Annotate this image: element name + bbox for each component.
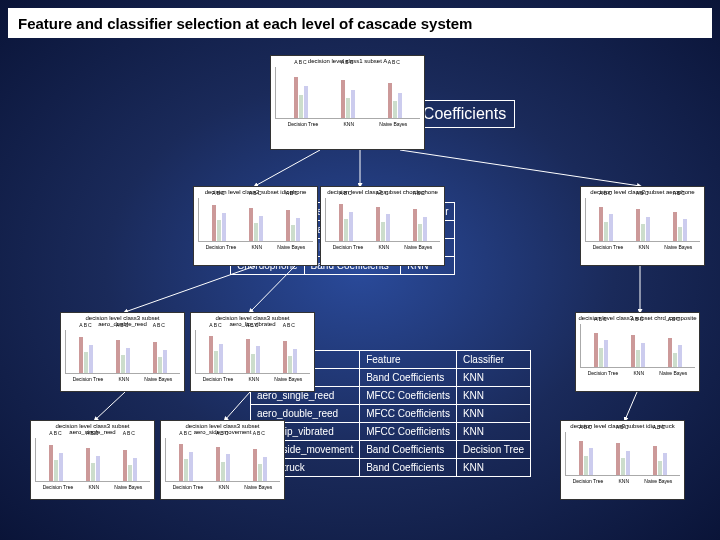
mini-bar-chart: decision level class3 subset idio_struck… — [560, 420, 685, 500]
mini-bar-chart: decision level class3 subset aero_double… — [60, 312, 185, 392]
table-row: idio_struckBand CoefficientsKNN — [251, 459, 531, 477]
mini-bar-chart: decision level class3 subset aero_lip_vi… — [190, 312, 315, 392]
mini-bar-chart: decision level class2 subset idiophoneAB… — [193, 186, 318, 266]
table-row: aero_side_movementBand CoefficientsDecis… — [251, 441, 531, 459]
mini-bar-chart: decision level class3 subset aero_side_m… — [160, 420, 285, 500]
svg-line-0 — [255, 150, 320, 186]
mini-bar-chart: decision level class3 subset chrd_compos… — [575, 312, 700, 392]
svg-line-7 — [225, 392, 250, 420]
t3-h2: Classifier — [456, 351, 530, 369]
svg-line-2 — [400, 150, 640, 186]
slide-title: Feature and classifier selection at each… — [8, 8, 712, 38]
svg-line-6 — [95, 392, 125, 420]
t3-h1: Feature — [360, 351, 457, 369]
table-row: aero_double_reedMFCC CoefficientsKNN — [251, 405, 531, 423]
mini-bar-chart: decision level class2 subset chordophone… — [320, 186, 445, 266]
mini-bar-chart: decision level class2 subset aerophoneAB… — [580, 186, 705, 266]
table-row: aero_lip_vibratedMFCC CoefficientsKNN — [251, 423, 531, 441]
svg-line-8 — [625, 392, 637, 420]
mini-bar-chart: decision level class3 subset aero_single… — [30, 420, 155, 500]
mini-bar-chart: decision level class1 subset AABCABCABCD… — [270, 55, 425, 150]
